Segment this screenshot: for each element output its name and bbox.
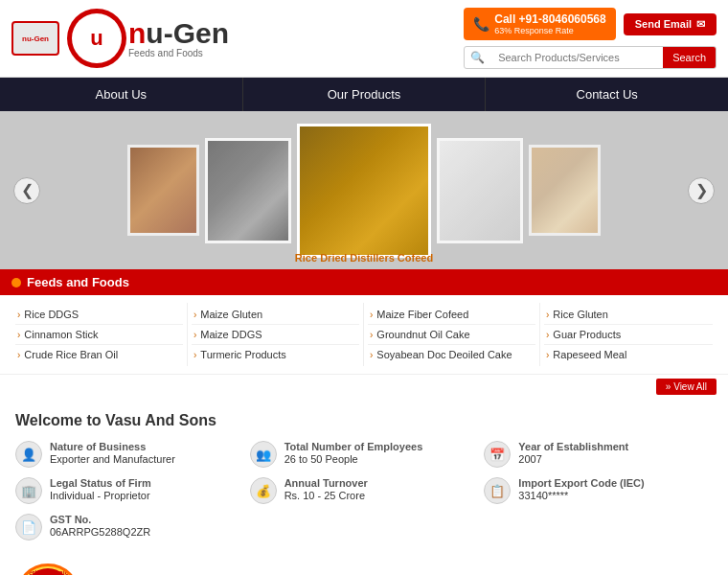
legal-icon: 🏢 [15, 477, 42, 504]
logo-n: n [128, 17, 146, 49]
trust-area: Verified Dealer ★ TRUSTSEAL indiamart In… [0, 554, 728, 575]
product-soyabean[interactable]: ›Soyabean Doc Deoiled Cake [368, 345, 535, 364]
employees-value: 26 to 50 People [284, 453, 423, 465]
logo-rest: u-Gen [146, 17, 229, 49]
slide-next-button[interactable]: ❯ [688, 177, 715, 204]
search-button[interactable]: Search [663, 47, 716, 68]
nav-our-products[interactable]: Our Products [243, 78, 487, 111]
nature-icon: 👤 [15, 441, 42, 468]
chevron-icon: › [370, 310, 373, 320]
slide-caption: Rice Dried Distillers Cofeed [295, 252, 433, 264]
product-turmeric[interactable]: ›Turmeric Products [192, 345, 359, 364]
nav-contact-us[interactable]: Contact Us [486, 78, 728, 111]
logo-text-block: nu-Gen Feeds and Foods [128, 19, 229, 58]
welcome-title: Welcome to Vasu And Sons [15, 412, 713, 429]
products-section: Feeds and Foods ›Rice DDGS ›Cinnamon Sti… [0, 269, 728, 399]
chevron-icon: › [193, 350, 196, 360]
year-icon: 📅 [484, 441, 511, 468]
product-maize-ddgs[interactable]: ›Maize DDGS [192, 325, 359, 345]
email-icon: ✉ [696, 18, 705, 31]
chevron-icon: › [17, 350, 20, 360]
product-groundnut[interactable]: ›Groundnut Oil Cake [368, 325, 535, 345]
turnover-icon: 💰 [250, 477, 277, 504]
product-rice-ddgs[interactable]: ›Rice DDGS [15, 305, 183, 325]
slide-container [0, 114, 728, 267]
legal-value: Individual - Proprietor [50, 490, 151, 501]
year-text: Year of Establishment 2007 [518, 441, 628, 465]
welcome-section: Welcome to Vasu And Sons 👤 Nature of Bus… [0, 399, 728, 554]
info-legal: 🏢 Legal Status of Firm Individual - Prop… [15, 477, 244, 504]
product-maize-gluten[interactable]: ›Maize Gluten [192, 305, 359, 325]
main-nav: About Us Our Products Contact Us [0, 78, 728, 111]
logo-subtitle: Feeds and Foods [128, 48, 229, 58]
iec-icon: 📋 [484, 477, 511, 504]
product-col-3: ›Maize Fiber Cofeed ›Groundnut Oil Cake … [364, 303, 540, 366]
chevron-icon: › [17, 310, 20, 320]
legal-heading: Legal Status of Firm [50, 477, 151, 489]
verified-dealer-text: Verified Dealer [25, 569, 72, 575]
slide-img-powder [300, 126, 428, 255]
products-grid: ›Rice DDGS ›Cinnamon Stick ›Crude Rice B… [0, 295, 728, 375]
gst-heading: GST No. [50, 514, 150, 525]
info-iec: 📋 Import Export Code (IEC) 33140***** [484, 477, 713, 504]
header-top-row: 📞 Call +91-8046060568 63% Response Rate … [464, 8, 717, 40]
slideshow: ❮ ❯ Rice Dried Distillers Cofeed [0, 111, 728, 269]
slide-image-5 [529, 145, 601, 236]
product-guar[interactable]: ›Guar Products [544, 325, 713, 345]
slide-image-2 [205, 138, 291, 243]
chevron-icon: › [193, 310, 196, 320]
turnover-heading: Annual Turnover [284, 477, 368, 489]
employees-icon: 👥 [250, 441, 277, 468]
phone-subtext: 63% Response Rate [494, 26, 605, 35]
trust-seal: Verified Dealer ★ TRUSTSEAL indiamart [15, 564, 80, 575]
nav-about-us[interactable]: About Us [0, 78, 243, 111]
nature-text: Nature of Business Exporter and Manufact… [50, 441, 175, 465]
iec-value: 33140***** [518, 490, 644, 501]
info-year: 📅 Year of Establishment 2007 [484, 441, 713, 468]
product-maize-fiber[interactable]: ›Maize Fiber Cofeed [368, 305, 535, 325]
iec-heading: Import Export Code (IEC) [518, 477, 644, 489]
section-title: Feeds and Foods [27, 275, 129, 289]
header: nu-Gen u nu-Gen Feeds and Foods 📞 Call +… [0, 0, 728, 78]
logo-circle-inner: u [72, 13, 122, 63]
slide-img-brown [130, 148, 196, 233]
slide-prev-button[interactable]: ❮ [13, 177, 40, 204]
phone-icon: 📞 [473, 16, 489, 32]
legal-text: Legal Status of Firm Individual - Propri… [50, 477, 151, 501]
gst-icon: 📄 [15, 514, 42, 540]
header-right: 📞 Call +91-8046060568 63% Response Rate … [464, 8, 717, 69]
gst-text: GST No. 06ARRPG5288Q2ZR [50, 514, 150, 538]
phone-info: Call +91-8046060568 63% Response Rate [494, 12, 605, 35]
year-heading: Year of Establishment [518, 441, 628, 452]
turnover-text: Annual Turnover Rs. 10 - 25 Crore [284, 477, 368, 501]
product-crude-rice[interactable]: ›Crude Rice Bran Oil [15, 345, 183, 364]
send-email-button[interactable]: Send Email ✉ [624, 13, 717, 35]
info-grid: 👤 Nature of Business Exporter and Manufa… [15, 441, 713, 540]
logo-circle: u [67, 9, 126, 68]
chevron-icon: › [546, 310, 549, 320]
search-icon: 🔍 [465, 51, 490, 64]
logo-area: nu-Gen u nu-Gen Feeds and Foods [11, 9, 229, 68]
product-col-4: ›Rice Gluten ›Guar Products ›Rapeseed Me… [540, 303, 717, 366]
phone-button[interactable]: 📞 Call +91-8046060568 63% Response Rate [464, 8, 615, 40]
gst-value: 06ARRPG5288Q2ZR [50, 526, 150, 538]
product-rapeseed[interactable]: ›Rapeseed Meal [544, 345, 713, 364]
product-col-2: ›Maize Gluten ›Maize DDGS ›Turmeric Prod… [188, 303, 364, 366]
section-dot [11, 278, 21, 288]
logo-main: u nu-Gen Feeds and Foods [67, 9, 229, 68]
logo-small: nu-Gen [11, 21, 59, 56]
employees-heading: Total Number of Employees [284, 441, 423, 452]
product-rice-gluten[interactable]: ›Rice Gluten [544, 305, 713, 325]
slide-image-1 [127, 145, 199, 236]
chevron-icon: › [546, 350, 549, 360]
info-turnover: 💰 Annual Turnover Rs. 10 - 25 Crore [250, 477, 479, 504]
view-all-button[interactable]: » View All [656, 379, 717, 395]
turnover-value: Rs. 10 - 25 Crore [284, 490, 368, 501]
chevron-icon: › [546, 330, 549, 340]
chevron-icon: › [193, 330, 196, 340]
iec-text: Import Export Code (IEC) 33140***** [518, 477, 644, 501]
chevron-icon: › [17, 330, 20, 340]
product-cinnamon[interactable]: ›Cinnamon Stick [15, 325, 183, 345]
view-all-area: » View All [0, 375, 728, 399]
search-input[interactable] [490, 48, 663, 67]
